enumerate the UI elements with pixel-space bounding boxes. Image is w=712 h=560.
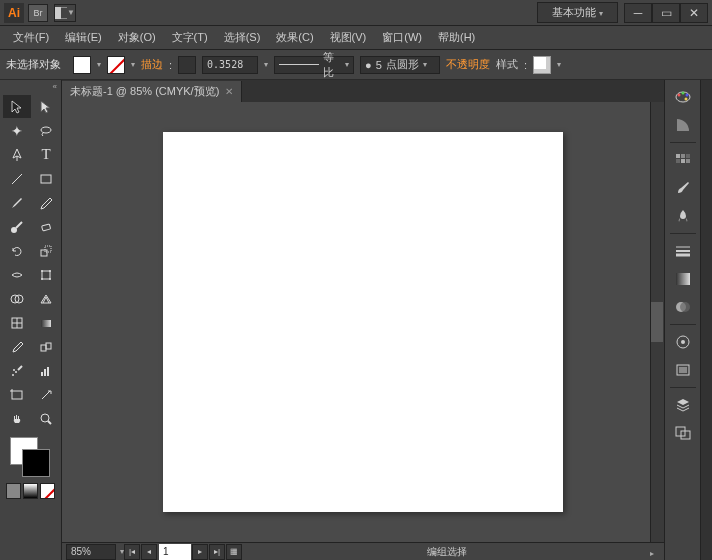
- svg-rect-1: [55, 7, 61, 19]
- graph-tool[interactable]: [32, 359, 60, 382]
- scrollbar-thumb[interactable]: [651, 302, 663, 342]
- fill-swatch[interactable]: [73, 56, 91, 74]
- color-mode-none[interactable]: [40, 483, 55, 499]
- workspace-dropdown[interactable]: 基本功能 ▾: [537, 2, 618, 23]
- background-color[interactable]: [22, 449, 50, 477]
- svg-rect-40: [686, 154, 690, 158]
- hand-tool[interactable]: [3, 407, 31, 430]
- perspective-grid-tool[interactable]: [32, 287, 60, 310]
- svg-rect-27: [47, 367, 49, 376]
- menu-type[interactable]: 文字(T): [165, 27, 215, 48]
- pencil-tool[interactable]: [32, 191, 60, 214]
- rectangle-tool[interactable]: [32, 167, 60, 190]
- control-bar: 未选择对象 ▾ ▾ 描边: ▾ 等比▾ ●5点圆形▾ 不透明度 样式: ▾: [0, 50, 712, 80]
- gradient-tool[interactable]: [32, 311, 60, 334]
- lasso-tool[interactable]: [32, 119, 60, 142]
- last-page-button[interactable]: ▸|: [209, 544, 225, 560]
- page-number-input[interactable]: 1: [159, 544, 191, 560]
- artboard[interactable]: [163, 132, 563, 512]
- panel-edge[interactable]: [700, 80, 712, 560]
- slice-tool[interactable]: [32, 383, 60, 406]
- svg-rect-53: [679, 367, 687, 373]
- direct-selection-tool[interactable]: [32, 95, 60, 118]
- brush-dropdown[interactable]: ●5点圆形▾: [360, 56, 440, 74]
- style-swatch[interactable]: [533, 56, 551, 74]
- bridge-icon[interactable]: Br: [28, 4, 48, 22]
- gradient-panel-icon[interactable]: [670, 266, 696, 292]
- selection-tool[interactable]: [3, 95, 31, 118]
- color-picker[interactable]: [2, 435, 59, 479]
- style-label: 样式: [496, 57, 518, 72]
- menu-window[interactable]: 窗口(W): [375, 27, 429, 48]
- layout-icon[interactable]: ▼: [54, 4, 76, 22]
- scale-tool[interactable]: [32, 239, 60, 262]
- svg-point-24: [13, 369, 15, 371]
- stroke-swatch[interactable]: [107, 56, 125, 74]
- menu-object[interactable]: 对象(O): [111, 27, 163, 48]
- menu-select[interactable]: 选择(S): [217, 27, 268, 48]
- artboard-tool[interactable]: [3, 383, 31, 406]
- color-panel-icon[interactable]: [670, 84, 696, 110]
- menu-file[interactable]: 文件(F): [6, 27, 56, 48]
- svg-rect-19: [41, 320, 51, 327]
- brushes-panel-icon[interactable]: [670, 175, 696, 201]
- artboard-nav-button[interactable]: ▦: [226, 544, 242, 560]
- width-tool[interactable]: [3, 263, 31, 286]
- minimize-button[interactable]: ─: [624, 3, 652, 23]
- svg-rect-4: [41, 175, 51, 183]
- maximize-button[interactable]: ▭: [652, 3, 680, 23]
- color-mode-solid[interactable]: [6, 483, 21, 499]
- svg-point-10: [41, 270, 43, 272]
- document-tab[interactable]: 未标题-1 @ 85% (CMYK/预览) ✕: [62, 81, 242, 102]
- stroke-width-input[interactable]: [202, 56, 258, 74]
- magic-wand-tool[interactable]: ✦: [3, 119, 31, 142]
- toolbox-collapse-icon[interactable]: «: [53, 82, 57, 94]
- next-page-button[interactable]: ▸: [192, 544, 208, 560]
- svg-rect-52: [677, 365, 689, 375]
- opacity-label[interactable]: 不透明度: [446, 57, 490, 72]
- blend-tool[interactable]: [32, 335, 60, 358]
- pen-tool[interactable]: [3, 143, 31, 166]
- symbols-panel-icon[interactable]: [670, 203, 696, 229]
- line-tool[interactable]: [3, 167, 31, 190]
- paintbrush-tool[interactable]: [3, 191, 31, 214]
- blob-brush-tool[interactable]: [3, 215, 31, 238]
- appearance-panel-icon[interactable]: [670, 329, 696, 355]
- transparency-panel-icon[interactable]: [670, 294, 696, 320]
- canvas-area[interactable]: [62, 102, 664, 542]
- menu-effect[interactable]: 效果(C): [269, 27, 320, 48]
- color-mode-gradient[interactable]: [23, 483, 38, 499]
- free-transform-tool[interactable]: [32, 263, 60, 286]
- artboards-panel-icon[interactable]: [670, 420, 696, 446]
- svg-rect-47: [676, 273, 690, 285]
- close-tab-icon[interactable]: ✕: [225, 86, 233, 97]
- scale-dropdown[interactable]: 等比▾: [274, 56, 354, 74]
- color-guide-panel-icon[interactable]: [670, 112, 696, 138]
- close-button[interactable]: ✕: [680, 3, 708, 23]
- menu-edit[interactable]: 编辑(E): [58, 27, 109, 48]
- rotate-tool[interactable]: [3, 239, 31, 262]
- eraser-tool[interactable]: [32, 215, 60, 238]
- shape-builder-tool[interactable]: [3, 287, 31, 310]
- menu-help[interactable]: 帮助(H): [431, 27, 482, 48]
- swatches-panel-icon[interactable]: [670, 147, 696, 173]
- first-page-button[interactable]: |◂: [124, 544, 140, 560]
- stroke-width-icon[interactable]: [178, 56, 196, 74]
- zoom-tool[interactable]: [32, 407, 60, 430]
- graphic-styles-panel-icon[interactable]: [670, 357, 696, 383]
- menu-view[interactable]: 视图(V): [323, 27, 374, 48]
- svg-point-31: [41, 414, 49, 422]
- eyedropper-tool[interactable]: [3, 335, 31, 358]
- stroke-panel-icon[interactable]: [670, 238, 696, 264]
- symbol-sprayer-tool[interactable]: [3, 359, 31, 382]
- mesh-tool[interactable]: [3, 311, 31, 334]
- type-tool[interactable]: T: [32, 143, 60, 166]
- svg-point-49: [680, 302, 690, 312]
- prev-page-button[interactable]: ◂: [141, 544, 157, 560]
- zoom-input[interactable]: 85%: [66, 544, 116, 560]
- vertical-scrollbar[interactable]: [650, 102, 664, 542]
- stroke-label[interactable]: 描边: [141, 57, 163, 72]
- layers-panel-icon[interactable]: [670, 392, 696, 418]
- status-mode-label: 编组选择: [243, 545, 650, 559]
- status-bar: 85% ▾ |◂ ◂ 1 ▸ ▸| ▦ 编组选择 ▸: [62, 542, 664, 560]
